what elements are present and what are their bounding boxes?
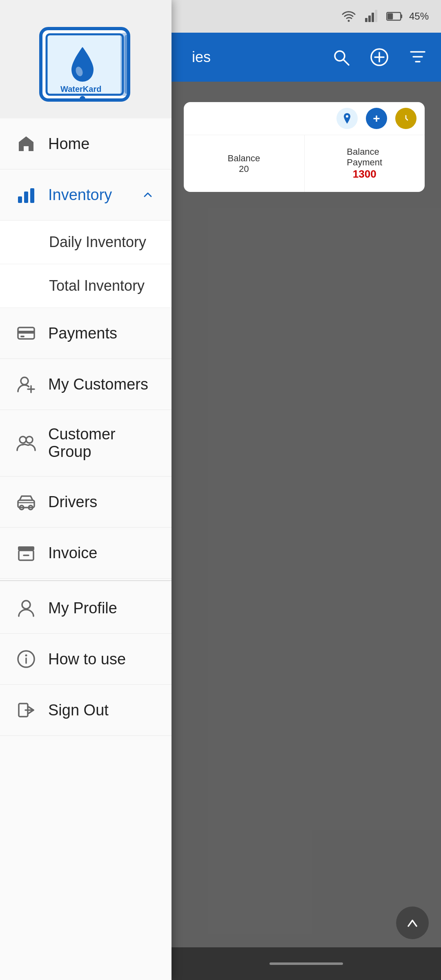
app-bar: ies bbox=[172, 33, 441, 82]
svg-rect-18 bbox=[125, 35, 130, 94]
nav-list: Home Inventory Daily Inventory bbox=[0, 118, 172, 980]
filter-icon[interactable] bbox=[407, 46, 429, 68]
sidebar-item-drivers[interactable]: Drivers bbox=[0, 477, 172, 528]
app-bar-title: ies bbox=[184, 49, 211, 66]
balance-payment-label: BalancePayment bbox=[347, 147, 382, 168]
battery-percent: 45% bbox=[409, 11, 429, 22]
status-bar-right: 45% bbox=[341, 8, 429, 24]
sidebar-item-how-to-use[interactable]: How to use bbox=[0, 634, 172, 685]
payments-label: Payments bbox=[48, 325, 117, 342]
group-icon bbox=[16, 433, 36, 453]
navigation-drawer: WaterKard Home bbox=[0, 0, 172, 980]
svg-point-28 bbox=[21, 377, 28, 385]
inventory-submenu: Daily Inventory Total Inventory bbox=[0, 220, 172, 308]
sidebar-item-daily-inventory[interactable]: Daily Inventory bbox=[0, 220, 172, 264]
svg-rect-7 bbox=[388, 13, 393, 19]
balance-label: Balance bbox=[227, 153, 260, 164]
search-icon[interactable] bbox=[330, 46, 352, 68]
home-icon bbox=[16, 134, 36, 154]
svg-rect-27 bbox=[20, 336, 24, 337]
svg-point-40 bbox=[22, 601, 30, 609]
how-to-use-label: How to use bbox=[48, 650, 126, 668]
svg-rect-26 bbox=[18, 331, 34, 334]
sidebar-item-total-inventory[interactable]: Total Inventory bbox=[0, 264, 172, 308]
sidebar-item-sign-out[interactable]: Sign Out bbox=[0, 685, 172, 736]
total-inventory-label: Total Inventory bbox=[49, 277, 145, 294]
add-person-icon bbox=[16, 374, 36, 394]
inventory-label: Inventory bbox=[48, 186, 112, 204]
balance-value: 20 bbox=[239, 164, 249, 174]
sidebar-item-payments[interactable]: Payments bbox=[0, 308, 172, 359]
sidebar-item-invoice[interactable]: Invoice bbox=[0, 528, 172, 579]
svg-rect-6 bbox=[401, 14, 402, 18]
sidebar-item-my-profile[interactable]: My Profile bbox=[0, 583, 172, 634]
chevron-up-button[interactable] bbox=[396, 906, 429, 939]
wifi-icon bbox=[341, 8, 357, 24]
sign-out-icon bbox=[16, 700, 36, 720]
balance-payment-value: 1300 bbox=[353, 168, 376, 180]
svg-rect-24 bbox=[30, 188, 34, 203]
svg-point-21 bbox=[80, 96, 85, 102]
svg-point-0 bbox=[347, 20, 350, 22]
logo: WaterKard bbox=[37, 24, 135, 106]
sidebar-item-my-customers[interactable]: My Customers bbox=[0, 359, 172, 410]
signal-icon bbox=[363, 8, 380, 24]
sidebar-item-home[interactable]: Home bbox=[0, 118, 172, 169]
svg-rect-22 bbox=[18, 196, 22, 203]
my-customers-label: My Customers bbox=[48, 376, 148, 393]
my-profile-label: My Profile bbox=[48, 599, 117, 617]
svg-rect-1 bbox=[365, 18, 368, 22]
car-icon bbox=[16, 492, 36, 512]
balance-card: + Balance 20 BalancePayment 1300 bbox=[184, 102, 425, 192]
balance-payment-cell: BalancePayment 1300 bbox=[305, 135, 425, 192]
divider bbox=[0, 580, 172, 581]
invoice-label: Invoice bbox=[48, 544, 97, 562]
sign-out-label: Sign Out bbox=[48, 702, 109, 719]
sidebar-item-inventory[interactable]: Inventory bbox=[0, 169, 172, 220]
svg-point-13 bbox=[346, 115, 348, 118]
card-yellow-icon[interactable] bbox=[395, 108, 416, 129]
sidebar-item-customer-group[interactable]: Customer Group bbox=[0, 410, 172, 477]
info-icon bbox=[16, 649, 36, 669]
card-actions: + bbox=[184, 102, 425, 135]
bar-chart-icon bbox=[16, 185, 36, 205]
bottom-bar bbox=[172, 947, 441, 980]
svg-line-9 bbox=[343, 60, 349, 65]
drawer-logo-area: WaterKard bbox=[0, 0, 172, 118]
svg-point-32 bbox=[26, 437, 33, 443]
add-icon[interactable] bbox=[368, 46, 390, 68]
svg-point-31 bbox=[20, 437, 26, 443]
svg-rect-23 bbox=[24, 192, 28, 203]
svg-point-43 bbox=[25, 655, 27, 657]
archive-icon bbox=[16, 543, 36, 563]
credit-card-icon bbox=[16, 323, 36, 343]
battery-icon bbox=[386, 8, 403, 24]
svg-rect-4 bbox=[375, 10, 377, 22]
svg-text:WaterKard: WaterKard bbox=[60, 85, 101, 94]
svg-rect-2 bbox=[368, 16, 371, 22]
card-data-row: Balance 20 BalancePayment 1300 bbox=[184, 135, 425, 192]
customer-group-label: Customer Group bbox=[48, 425, 155, 461]
balance-cell: Balance 20 bbox=[184, 135, 305, 192]
drivers-label: Drivers bbox=[48, 493, 97, 511]
card-add-icon[interactable]: + bbox=[366, 108, 387, 129]
svg-rect-3 bbox=[372, 13, 374, 22]
home-label: Home bbox=[48, 135, 89, 153]
inventory-chevron-icon bbox=[140, 187, 155, 202]
person-icon bbox=[16, 598, 36, 618]
home-indicator[interactable] bbox=[270, 962, 343, 965]
daily-inventory-label: Daily Inventory bbox=[49, 234, 146, 251]
location-icon[interactable] bbox=[336, 108, 358, 129]
